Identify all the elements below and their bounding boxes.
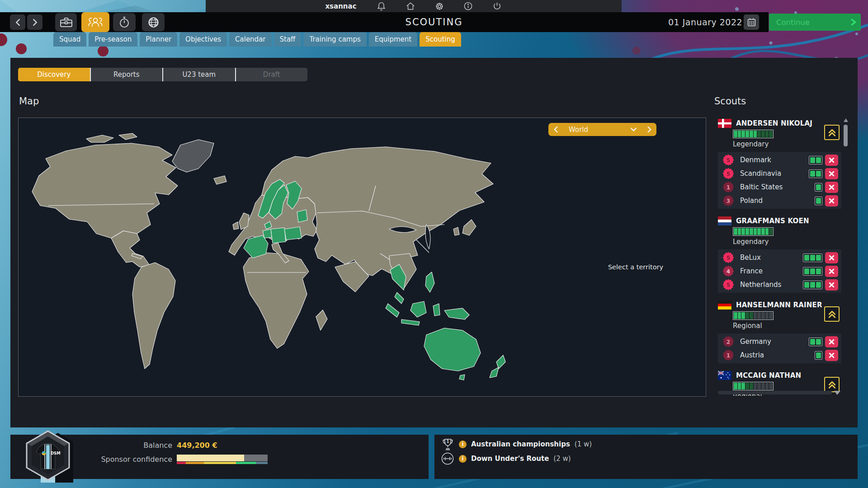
info-icon[interactable] xyxy=(463,1,473,11)
scout-header[interactable]: ANDERSEN NIKOLAJLegendary xyxy=(718,117,841,149)
territory-row: 1Austria xyxy=(718,348,841,362)
scouting-intensity-indicator[interactable] xyxy=(815,197,822,205)
sub-tab-bar: DiscoveryReportsU23 teamDraft xyxy=(18,68,307,81)
sponsor-confidence-fill xyxy=(177,455,244,461)
svg-text:5: 5 xyxy=(726,255,730,261)
globe-icon xyxy=(147,16,160,28)
remove-territory-button[interactable] xyxy=(825,266,838,277)
tab-planner[interactable]: Planner xyxy=(140,32,177,47)
scouts-vertical-scrollbar[interactable] xyxy=(844,118,848,395)
bell-icon[interactable] xyxy=(377,1,387,11)
remove-territory-button[interactable] xyxy=(825,195,838,206)
map-section-title: Map xyxy=(19,96,39,107)
territory-row: 5Scandinavia xyxy=(718,167,841,180)
close-icon xyxy=(829,184,835,190)
sponsor-confidence-label: Sponsor confidence xyxy=(10,455,172,464)
svg-text:5: 5 xyxy=(726,282,730,288)
subtab-discovery[interactable]: Discovery xyxy=(18,68,90,81)
world-map[interactable]: World Select a territory xyxy=(18,117,706,397)
scouting-intensity-indicator[interactable] xyxy=(803,281,822,289)
remove-territory-button[interactable] xyxy=(825,168,838,179)
chevron-left-icon xyxy=(15,19,21,26)
forward-button[interactable] xyxy=(27,14,42,30)
scout-card: GRAAFMANS KOENLegendary5BeLux4France5Net… xyxy=(718,215,841,293)
scouting-intensity-indicator[interactable] xyxy=(815,183,822,192)
scroll-up-icon[interactable] xyxy=(844,118,848,122)
scout-header[interactable]: GRAAFMANS KOENLegendary xyxy=(718,215,841,247)
svg-text:3: 3 xyxy=(726,198,730,204)
tab-equipment[interactable]: Equipment xyxy=(369,32,417,47)
tab-calendar[interactable]: Calendar xyxy=(229,32,271,47)
scouts-group-icon xyxy=(87,16,104,28)
subtab-reports[interactable]: Reports xyxy=(90,68,163,81)
remove-territory-button[interactable] xyxy=(825,279,838,291)
territory-row: 5Netherlands xyxy=(718,278,841,291)
gear-icon[interactable] xyxy=(434,1,444,11)
remove-territory-button[interactable] xyxy=(825,350,838,361)
tab-squad[interactable]: Squad xyxy=(53,32,86,47)
selector-dropdown-icon[interactable] xyxy=(631,127,637,131)
territory-name: Netherlands xyxy=(740,281,803,289)
scrollbar-thumb[interactable] xyxy=(844,125,848,146)
tab-training-camps[interactable]: Training camps xyxy=(303,32,366,47)
calendar-button[interactable] xyxy=(744,14,759,30)
scouts-list: ANDERSEN NIKOLAJLegendary5Denmark5Scandi… xyxy=(718,117,841,396)
subtab-u23-team[interactable]: U23 team xyxy=(162,68,235,81)
scout-header[interactable]: HANSELMANN RAINERRegional xyxy=(718,299,841,331)
chevron-right-icon xyxy=(850,18,856,26)
selector-next-icon[interactable] xyxy=(647,127,651,132)
tab-scouting[interactable]: Scouting xyxy=(420,32,461,47)
remove-territory-button[interactable] xyxy=(825,182,838,193)
section-stopwatch-button[interactable] xyxy=(113,13,136,31)
continue-button[interactable]: Continue xyxy=(769,14,861,31)
scouting-intensity-indicator[interactable] xyxy=(803,253,822,262)
remove-territory-button[interactable] xyxy=(825,252,838,263)
subtab-draft[interactable]: Draft xyxy=(235,68,308,81)
scouting-intensity-indicator[interactable] xyxy=(809,156,822,164)
scout-skill-bar xyxy=(733,311,774,320)
event-row[interactable]: iDown Under's Route(2 w) xyxy=(441,452,571,465)
tab-objectives[interactable]: Objectives xyxy=(179,32,227,47)
scout-level-label: Legendary xyxy=(733,140,841,148)
double-chevron-up-icon xyxy=(827,380,837,389)
scout-card: HANSELMANN RAINERRegional2Germany1Austri… xyxy=(718,299,841,363)
double-chevron-up-icon xyxy=(827,128,837,137)
remove-territory-button[interactable] xyxy=(825,336,838,347)
close-icon xyxy=(829,352,835,358)
power-icon[interactable] xyxy=(492,1,502,11)
remove-territory-button[interactable] xyxy=(825,155,838,166)
territory-level-badge: 4 xyxy=(722,265,734,277)
scouting-intensity-indicator[interactable] xyxy=(815,351,822,360)
territory-name: Germany xyxy=(740,338,809,346)
collapse-scout-button[interactable] xyxy=(824,306,840,322)
section-globe-button[interactable] xyxy=(142,13,165,31)
tab-staff[interactable]: Staff xyxy=(274,32,302,47)
briefcase-icon xyxy=(60,17,73,28)
page-title: SCOUTING xyxy=(366,12,502,32)
event-name: Down Under's Route xyxy=(471,455,549,463)
scouting-intensity-indicator[interactable] xyxy=(803,267,822,276)
back-button[interactable] xyxy=(10,14,25,30)
scouts-scroll-bar[interactable] xyxy=(718,391,832,394)
selector-prev-icon[interactable] xyxy=(554,127,558,132)
scouting-intensity-indicator[interactable] xyxy=(809,169,822,178)
home-icon[interactable] xyxy=(406,1,415,11)
territory-row: 5BeLux xyxy=(718,251,841,264)
territory-row: 3Poland xyxy=(718,194,841,207)
scout-skill-bar xyxy=(733,227,774,236)
world-map-svg[interactable] xyxy=(19,118,706,396)
svg-text:1: 1 xyxy=(726,184,730,191)
section-scouts-group-button[interactable] xyxy=(81,12,109,32)
event-name: Australian championships xyxy=(471,440,570,448)
collapse-scout-button[interactable] xyxy=(824,377,840,392)
territory-name: BeLux xyxy=(740,253,803,262)
tab-pre-season[interactable]: Pre-season xyxy=(89,32,137,47)
scouting-intensity-indicator[interactable] xyxy=(809,338,822,346)
collapse-scout-button[interactable] xyxy=(824,125,840,140)
territory-selector[interactable]: World xyxy=(548,123,656,136)
section-briefcase-button[interactable] xyxy=(55,13,77,31)
scroll-down-icon[interactable] xyxy=(834,391,840,395)
territory-list: 5Denmark5Scandinavia1Baltic States3Polan… xyxy=(718,152,841,209)
event-row[interactable]: 1iAustralian championships(1 w) xyxy=(441,437,592,451)
gauge-scale-segment xyxy=(186,462,204,464)
